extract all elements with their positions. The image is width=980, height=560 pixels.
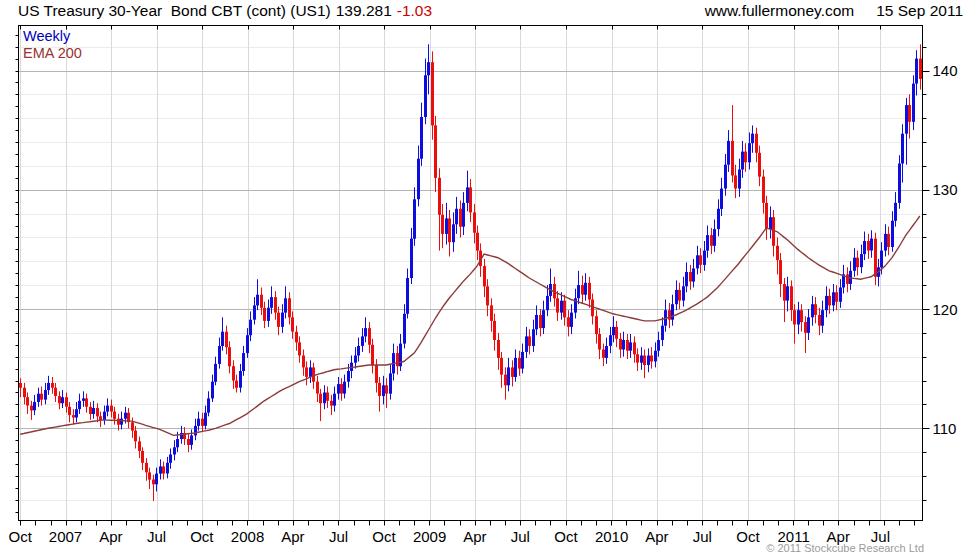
ema-line <box>20 216 920 435</box>
candle-body <box>99 416 102 420</box>
candle-body <box>58 396 61 403</box>
candle-body <box>807 317 810 333</box>
candle-body <box>539 315 542 328</box>
candlestick-chart: 110120130140Oct2007AprJulOct2008AprJulOc… <box>0 0 980 560</box>
candle-body <box>476 233 479 251</box>
candle-body <box>51 383 54 388</box>
candle-body <box>908 105 911 122</box>
candle-body <box>305 367 308 377</box>
candle-body <box>626 340 629 351</box>
x-axis-label: 2008 <box>231 528 264 545</box>
candle-body <box>870 239 873 251</box>
candle-body <box>201 419 204 426</box>
candle-body <box>455 209 458 225</box>
candle-body <box>267 308 270 321</box>
candle-body <box>288 298 291 317</box>
candle-body <box>507 367 510 385</box>
candle-body <box>155 474 158 485</box>
candle-body <box>905 105 908 134</box>
candle-body <box>598 334 601 350</box>
header-right: www.fullermoney.com15 Sep 2011 <box>705 2 963 20</box>
candle-body <box>152 480 155 485</box>
candle-body <box>263 308 266 321</box>
copyright-text: © 2011 Stockcube Research Ltd <box>766 542 924 554</box>
candle-body <box>364 328 367 336</box>
candle-body <box>197 419 200 426</box>
candle-body <box>825 296 828 310</box>
candle-body <box>713 229 716 246</box>
candle-body <box>894 203 897 221</box>
candle-body <box>382 385 385 396</box>
candle-body <box>323 393 326 404</box>
x-axis-label: 2007 <box>49 528 82 545</box>
candle-body <box>469 187 472 212</box>
candle-body <box>406 278 409 314</box>
x-axis-label: Apr <box>99 528 122 545</box>
candle-body <box>459 209 462 227</box>
candle-body <box>113 412 116 419</box>
candle-body <box>106 406 109 412</box>
candle-body <box>441 215 444 234</box>
candle-body <box>368 328 371 345</box>
candle-body <box>89 407 92 414</box>
candle-body <box>434 125 437 177</box>
candle-body <box>420 117 423 159</box>
candle-body <box>47 383 50 390</box>
candle-body <box>609 335 612 346</box>
chart-title: US Treasury 30-Year Bond CBT (cont) (US1… <box>18 2 331 19</box>
candle-body <box>710 235 713 246</box>
candle-body <box>162 466 165 473</box>
x-axis-label: Oct <box>190 528 214 545</box>
candle-body <box>650 356 653 362</box>
x-axis-label: Apr <box>463 528 486 545</box>
candle-body <box>814 304 817 315</box>
candle-body <box>176 439 179 447</box>
candle-body <box>828 296 831 306</box>
candle-body <box>602 350 605 358</box>
candle-body <box>145 463 148 473</box>
candle-body <box>706 235 709 251</box>
candle-body <box>800 310 803 322</box>
candle-body <box>190 435 193 445</box>
candle-body <box>235 381 238 388</box>
candle-body <box>228 347 231 366</box>
candle-body <box>413 199 416 238</box>
x-axis-label: Jul <box>693 528 712 545</box>
candle-body <box>225 332 228 348</box>
candle-body <box>281 313 284 327</box>
candle-body <box>396 353 399 366</box>
candle-body <box>187 439 190 445</box>
candle-body <box>295 332 298 343</box>
candle-body <box>309 367 312 377</box>
candle-body <box>591 300 594 317</box>
candle-body <box>629 342 632 350</box>
candle-body <box>654 351 657 362</box>
candle-body <box>595 316 598 334</box>
candle-body <box>835 292 838 302</box>
candle-body <box>54 388 57 396</box>
candle-body <box>818 315 821 326</box>
candle-body <box>274 297 277 313</box>
x-axis-label: Oct <box>554 528 578 545</box>
candle-body <box>647 356 650 366</box>
candle-body <box>61 397 64 403</box>
legend-ema-200: EMA 200 <box>23 45 82 62</box>
candle-body <box>657 340 660 351</box>
candle-body <box>462 203 465 227</box>
candle-body <box>452 224 455 242</box>
candle-body <box>120 419 123 425</box>
candle-body <box>148 472 151 479</box>
candle-body <box>159 466 162 473</box>
y-axis-label: 130 <box>933 181 958 198</box>
candle-body <box>378 383 381 396</box>
candle-body <box>699 255 702 264</box>
y-axis-label: 120 <box>933 301 958 318</box>
candle-body <box>249 320 252 336</box>
candle-body <box>696 255 699 268</box>
candle-body <box>354 356 357 363</box>
candle-body <box>500 358 503 375</box>
candle-body <box>678 290 681 301</box>
candle-body <box>214 364 217 382</box>
x-axis-label: 2010 <box>595 528 628 545</box>
candle-body <box>431 62 434 125</box>
